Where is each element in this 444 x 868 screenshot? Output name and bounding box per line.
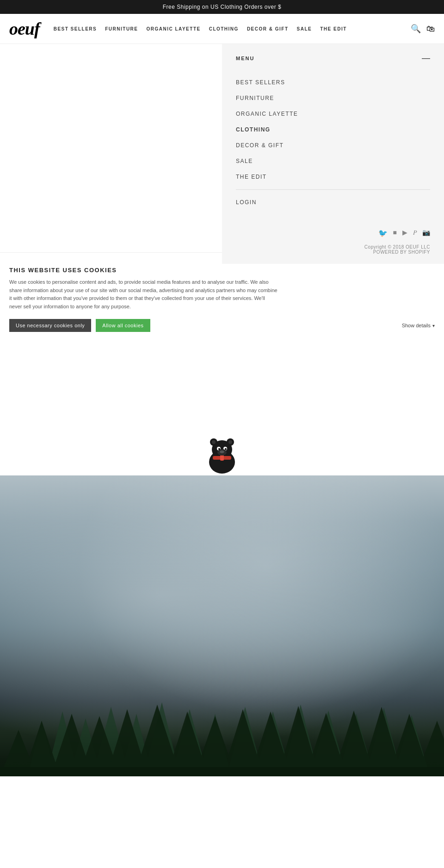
menu-item-clothing[interactable]: CLOTHING xyxy=(236,122,430,137)
header: oeuf BEST SELLERS FURNITURE ORGANIC LAYE… xyxy=(0,14,444,44)
menu-items: BEST SELLERS FURNITURE ORGANIC LAYETTE C… xyxy=(236,75,430,210)
twitter-icon[interactable]: 🐦 xyxy=(378,229,388,237)
cookie-banner: THIS WEBSITE USES COOKIES We use cookies… xyxy=(0,252,444,346)
copyright-line2: POWERED BY SHOPIFY xyxy=(236,250,430,255)
banner-text: Free Shipping on US Clothing Orders over… xyxy=(163,4,281,10)
header-icons: 🔍 🛍 xyxy=(411,24,435,34)
site-logo[interactable]: oeuf xyxy=(9,19,40,39)
search-icon[interactable]: 🔍 xyxy=(411,24,421,34)
show-details-label: Show details xyxy=(402,323,431,328)
svg-point-17 xyxy=(225,448,227,450)
cookie-body: We use cookies to personalise content an… xyxy=(9,278,278,311)
top-banner: Free Shipping on US Clothing Orders over… xyxy=(0,0,444,14)
show-details-button[interactable]: Show details ▾ xyxy=(402,323,435,328)
nav-sale[interactable]: SALE xyxy=(297,26,312,31)
white-section xyxy=(0,346,444,475)
pinterest-icon[interactable]: 𝑃 xyxy=(413,229,417,237)
menu-social: 🐦 ■ ▶ 𝑃 📷 xyxy=(236,229,430,237)
nav-furniture[interactable]: FURNITURE xyxy=(105,26,138,31)
cookie-buttons: Use necessary cookies only Allow all coo… xyxy=(9,319,435,332)
svg-point-21 xyxy=(220,450,224,453)
use-necessary-cookies-button[interactable]: Use necessary cookies only xyxy=(9,319,91,332)
menu-item-login[interactable]: LOGIN xyxy=(236,194,430,210)
nav-decor-gift[interactable]: DECOR & GIFT xyxy=(247,26,289,31)
menu-item-best-sellers[interactable]: BEST SELLERS xyxy=(236,75,430,90)
main-content: MENU — BEST SELLERS FURNITURE ORGANIC LA… xyxy=(0,44,444,252)
nav-the-edit[interactable]: THE EDIT xyxy=(320,26,347,31)
cookie-title: THIS WEBSITE USES COOKIES xyxy=(9,267,435,274)
facebook-icon[interactable]: ■ xyxy=(393,229,397,237)
bear-container xyxy=(204,432,240,475)
menu-close-button[interactable]: — xyxy=(422,53,430,63)
chevron-down-icon: ▾ xyxy=(432,323,435,328)
nav-clothing[interactable]: CLOTHING xyxy=(209,26,239,31)
main-navigation: BEST SELLERS FURNITURE ORGANIC LAYETTE C… xyxy=(54,26,411,31)
svg-point-12 xyxy=(212,440,216,444)
menu-item-furniture[interactable]: FURNITURE xyxy=(236,90,430,106)
cart-icon[interactable]: 🛍 xyxy=(426,24,435,34)
menu-copyright: Copyright © 2018 OEUF LLC POWERED BY SHO… xyxy=(236,244,430,255)
menu-overlay: MENU — BEST SELLERS FURNITURE ORGANIC LA… xyxy=(222,44,444,264)
nav-best-sellers[interactable]: BEST SELLERS xyxy=(54,26,97,31)
content-right: MENU — BEST SELLERS FURNITURE ORGANIC LA… xyxy=(222,44,444,252)
bear-character xyxy=(204,432,240,474)
content-left xyxy=(0,44,222,252)
forest-section xyxy=(0,475,444,776)
svg-rect-53 xyxy=(0,767,444,776)
nav-organic-layette[interactable]: ORGANIC LAYETTE xyxy=(147,26,201,31)
menu-title: MENU xyxy=(236,56,254,61)
svg-point-13 xyxy=(228,440,232,444)
copyright-line1: Copyright © 2018 OEUF LLC xyxy=(236,244,430,250)
allow-all-cookies-button[interactable]: Allow all cookies xyxy=(96,319,150,332)
menu-item-decor-gift[interactable]: DECOR & GIFT xyxy=(236,137,430,153)
trees-svg xyxy=(0,628,444,776)
content-area: MENU — BEST SELLERS FURNITURE ORGANIC LA… xyxy=(0,44,444,252)
menu-item-organic-layette[interactable]: ORGANIC LAYETTE xyxy=(236,106,430,122)
footer-white xyxy=(0,776,444,868)
vimeo-icon[interactable]: ▶ xyxy=(402,229,407,237)
instagram-icon[interactable]: 📷 xyxy=(422,229,430,237)
menu-divider xyxy=(236,189,430,190)
menu-item-the-edit[interactable]: THE EDIT xyxy=(236,169,430,185)
svg-rect-19 xyxy=(220,455,224,461)
menu-item-sale[interactable]: SALE xyxy=(236,153,430,169)
menu-header: MENU — xyxy=(236,53,430,63)
